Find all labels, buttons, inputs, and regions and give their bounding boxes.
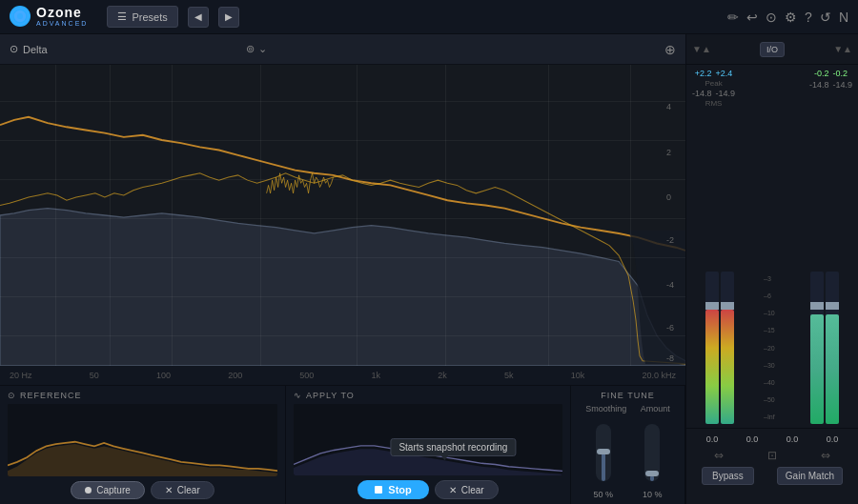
spectrum-graph: 4 2 0 -2 -4 -6 -8 [0,65,685,366]
vu-action-buttons: Bypass Gain Match [692,467,852,485]
in-db-1: -14.8 [692,89,712,98]
reference-title: ⊙ REFERENCE [8,391,277,400]
in-db-2: -14.9 [716,89,736,98]
smoothing-thumb[interactable] [597,449,610,454]
freq-labels: 20 Hz 50 100 200 500 1k 2k 5k 10k 20.0 k… [10,371,676,380]
db-neg20: –20 [764,345,781,352]
stop-button[interactable]: Stop [358,480,428,499]
link-right-icon[interactable]: ⇔ [821,449,830,462]
capture-dot [85,487,92,494]
presets-button[interactable]: ☰ Presets [107,6,177,28]
undo-icon[interactable]: ↩ [746,10,758,25]
search-icon[interactable]: ⊕ [664,42,676,57]
history-icon[interactable]: ⊙ [766,10,777,25]
pencil-icon[interactable]: ✏ [727,10,739,25]
vu-content: +2.2 +2.4 Peak -14.8 -14.9 RMS -0.2 -0.2 [686,65,858,428]
out-peak-1: -0.2 [814,69,829,78]
gainmatch-button[interactable]: Gain Match [777,467,843,485]
db-inf: –Inf [764,413,781,420]
grid-line-v [260,65,261,366]
vu-prev-icon[interactable]: ▼▲ [692,44,711,54]
input-fader-right[interactable] [721,302,734,310]
logo-text: Ozone ADVANCED [36,6,88,28]
back-icon[interactable]: ↺ [820,10,831,25]
vu-meters: –3 –6 –10 –15 –20 –30 –40 –50 –Inf [692,110,852,424]
freq-2k: 2k [438,371,447,380]
freq-1k: 1k [372,371,381,380]
loop-icon: ⊚ [246,43,255,55]
grid-line-v [110,65,111,366]
vu-next-icon[interactable]: ▼▲ [833,44,852,54]
cleat-button[interactable]: ✕ Clear [435,480,499,499]
delta-label: Delta [23,44,48,55]
smoothing-label: Smoothing [585,404,626,413]
output-fader-right[interactable] [826,302,839,310]
input-fader-left[interactable] [705,302,719,310]
db-neg50: –50 [764,396,781,403]
in-peak-2: +2.4 [716,69,733,78]
db-neg40: –40 [764,379,781,386]
finetune-values: 50 % 10 % [579,490,677,499]
io-button[interactable]: I/O [760,42,785,57]
delta-toggle[interactable]: ⊙ Delta [10,43,48,55]
amount-thumb[interactable] [645,471,659,476]
bottom-panels: ⊙ REFERENCE Capture ✕ [0,385,685,504]
apply-icon: ∿ [294,391,302,400]
vu-header: ▼▲ I/O ▼▲ [686,34,858,65]
input-peaks: +2.2 +2.4 Peak -14.8 -14.9 RMS [692,69,735,108]
output-fader-left[interactable] [810,302,824,310]
val-left: 0.0 [706,434,719,444]
capture-button[interactable]: Capture [71,481,145,499]
link-left-icon[interactable]: ⇔ [714,449,724,462]
link-center-icon[interactable]: ⊡ [767,449,777,462]
prev-preset-button[interactable]: ◀ [188,7,209,28]
grid-line-v [445,65,446,366]
finetune-sliders [579,417,677,487]
top-bar: Ozone ADVANCED ☰ Presets ◀ ▶ ✏ ↩ ⊙ ⚙ ? ↺… [0,0,858,34]
finetune-title: FINE TUNE [579,391,677,400]
input-bar-left [705,310,719,424]
spectrum-svg: 4 2 0 -2 -4 -6 -8 [0,65,685,366]
freq-50: 50 [90,371,99,380]
capture-label: Capture [96,485,131,495]
out-peak-2: -0.2 [832,69,848,78]
next-preset-button[interactable]: ▶ [218,7,239,28]
finetune-labels: Smoothing Amount [579,404,677,413]
input-meter-group [705,272,734,424]
spectrum-center-controls: ⊚ ⌄ [246,43,267,55]
output-meter-left [810,272,824,424]
apply-waveform [294,404,562,475]
settings-icon[interactable]: ⚙ [785,10,797,25]
freq-20hz: 20 Hz [10,371,32,380]
right-panel: ▼▲ I/O ▼▲ +2.2 +2.4 Peak -14.8 -14.9 RMS [686,34,858,504]
freq-10k: 10k [571,371,585,380]
vu-bottom: 0.0 0.0 0.0 0.0 ⇔ ⊡ ⇔ Bypass Gain Match [686,428,858,504]
cleat-label: Clear [461,485,484,495]
val-mr: 0.0 [786,434,799,444]
svg-text:2: 2 [666,148,671,157]
grid-line-v [357,65,358,366]
grid-line-v [630,65,631,366]
forward-icon[interactable]: N [839,10,848,25]
clear-button[interactable]: ✕ Clear [151,481,214,499]
grid-line-v [172,65,173,366]
grid-line [0,140,685,141]
db-scale-labels: –3 –6 –10 –15 –20 –30 –40 –50 –Inf [764,272,781,424]
grid-line [0,218,685,219]
help-icon[interactable]: ? [805,10,812,25]
bypass-button[interactable]: Bypass [702,467,754,485]
reference-icon: ⊙ [8,391,16,400]
cleat-x-icon: ✕ [449,485,457,495]
apply-buttons: Stop ✕ Clear Starts snapshot recording [294,480,562,499]
smoothing-slider-track [596,424,611,481]
app-title: Ozone [36,6,88,20]
db-neg6: –6 [764,292,781,299]
grid-line [0,335,685,336]
out-db-1: -14.8 [809,80,829,90]
db-neg15: –15 [764,327,781,333]
grid-line-v [55,65,56,366]
input-bar-right [721,310,734,424]
vu-peak-row: +2.2 +2.4 Peak -14.8 -14.9 RMS -0.2 -0.2 [692,69,852,108]
presets-label: Presets [132,11,167,23]
svg-text:-8: -8 [666,353,674,363]
